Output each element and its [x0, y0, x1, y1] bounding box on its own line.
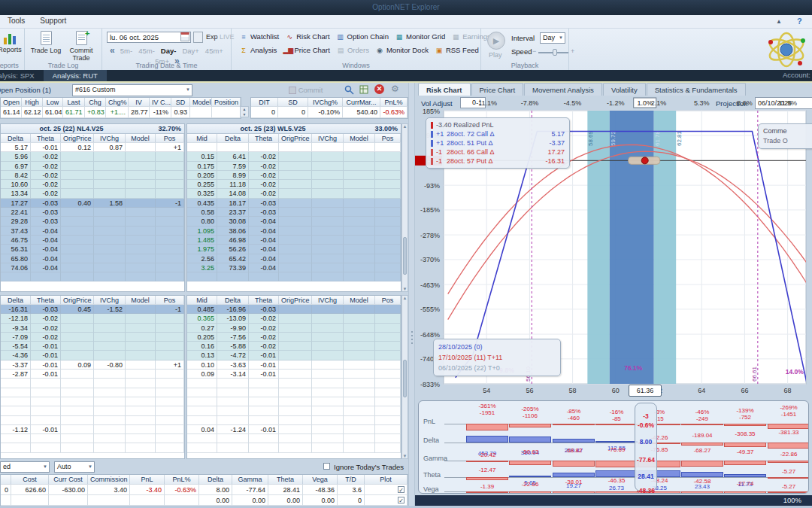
col-header[interactable]: IVChg [94, 296, 126, 305]
play-button[interactable]: ▶ [487, 32, 505, 50]
chain-row[interactable]: -12.18-0.02 [1, 314, 184, 323]
chain-row[interactable] [1, 406, 184, 415]
col-header[interactable]: Model [126, 134, 156, 143]
scrollbar[interactable]: ▲▼ [401, 123, 408, 292]
tab-price-chart[interactable]: Price Chart [471, 83, 524, 96]
col-header[interactable]: DIT [251, 98, 278, 107]
ribbon-item-analysis[interactable]: ΣAnalysis [239, 46, 277, 54]
time-step-day-[interactable]: Day- [161, 47, 177, 55]
chain-row[interactable]: 0.485-16.96-0.03 [187, 305, 401, 314]
col-header[interactable]: IVChg [94, 134, 126, 143]
close-icon[interactable]: ✕ [374, 84, 384, 94]
col-header[interactable]: T/D [338, 475, 365, 485]
chain-row[interactable] [187, 443, 401, 452]
exp-toggle[interactable]: Exp [206, 33, 218, 41]
col-header[interactable]: Cost [11, 475, 49, 485]
col-header[interactable]: IVChg [312, 296, 344, 305]
panel-splitter[interactable] [408, 83, 415, 506]
chain-row[interactable]: 0.205-7.56-0.02 [187, 333, 401, 342]
chain-row[interactable]: -2.87-0.01 [1, 370, 184, 379]
analysis-tab-analysis-spx[interactable]: Analysis: SPX [0, 70, 44, 81]
col-header[interactable] [1, 475, 11, 485]
chain-row[interactable] [1, 379, 184, 388]
col-header[interactable]: Commission [88, 475, 130, 485]
chain-row[interactable]: 0.09-3.14-0.01 [187, 370, 401, 379]
position-select[interactable]: #616 Custom▼ [72, 84, 192, 96]
ribbon-item-risk-chart[interactable]: ∿Risk Chart [285, 32, 329, 41]
chain-row[interactable] [187, 379, 401, 388]
chain-row[interactable] [187, 406, 401, 415]
chain-row[interactable]: 6.97-0.02 [1, 162, 184, 171]
col-header[interactable]: PnL% [165, 475, 199, 485]
chain-row[interactable]: 0.8030.08-0.04 [187, 217, 401, 226]
col-header[interactable]: OrigPrice [61, 296, 94, 305]
trade-log-button[interactable]: Trade Log [27, 31, 65, 54]
col-header[interactable]: Curr Cost [49, 475, 88, 485]
chain-row[interactable]: 0.32514.08-0.02 [187, 189, 401, 198]
chain-row[interactable]: -4.36-0.01 [1, 351, 184, 360]
chain-row[interactable]: -9.34-0.02 [1, 324, 184, 333]
ribbon-item-monitor-grid[interactable]: ▦Monitor Grid [395, 32, 445, 41]
analysis-tab-analysis-rut[interactable]: Analysis: RUT [44, 70, 107, 81]
col-header[interactable]: Pos [375, 134, 401, 143]
col-header[interactable]: IV C... [150, 98, 171, 107]
chain-row[interactable]: 0.16-5.88-0.02 [187, 342, 401, 351]
gear-icon[interactable]: ⚙ [391, 84, 399, 94]
chain-row[interactable]: 0.04-1.24-0.01 [187, 425, 401, 434]
expiry-group-header[interactable]: oct. 25 (22) NL4.V2532.70% [1, 124, 184, 134]
chain-row[interactable] [187, 272, 401, 281]
col-header[interactable]: Chg [85, 98, 106, 107]
col-header[interactable]: OrigPrice [61, 134, 94, 143]
col-header[interactable]: SD [278, 98, 308, 107]
col-header[interactable]: Pos [156, 296, 184, 305]
comment-box[interactable]: Comme Trade O [758, 123, 812, 149]
chain-row[interactable] [187, 416, 401, 425]
chain-row[interactable]: 22.41-0.03 [1, 208, 184, 217]
speed-minus-icon[interactable]: − [532, 47, 536, 55]
chain-row[interactable]: 46.75-0.04 [1, 236, 184, 245]
col-header[interactable]: Theta [268, 475, 303, 485]
col-header[interactable]: Model [190, 98, 212, 107]
col-header[interactable]: IVChg [312, 134, 344, 143]
chain-row[interactable]: -1.12-0.01 [1, 425, 184, 434]
chain-row[interactable] [187, 397, 401, 406]
menu-tools[interactable]: Tools [0, 15, 32, 25]
speed-slider-thumb[interactable] [553, 49, 557, 56]
chain-row[interactable] [1, 416, 184, 425]
expiry-picker-icon[interactable] [193, 32, 203, 43]
time-step-45m-[interactable]: 45m- [138, 47, 155, 55]
col-header[interactable]: Mid [187, 134, 217, 143]
chain-row[interactable]: -16.31-0.030.45-1.52-1 [1, 305, 184, 314]
chain-row[interactable]: 0.10-3.63-0.01 [187, 360, 401, 370]
ignore-trades-checkbox[interactable] [323, 463, 330, 470]
menu-support[interactable]: Support [32, 15, 74, 25]
chain-row[interactable]: 5.96-0.02 [1, 152, 184, 161]
chain-row[interactable]: 8.42-0.02 [1, 171, 184, 180]
chain-row[interactable]: 0.25511.18-0.02 [187, 180, 401, 189]
chain-row[interactable]: -5.54-0.01 [1, 342, 184, 351]
col-header[interactable]: Model [344, 296, 375, 305]
time-step-45m-[interactable]: 45m+ [205, 47, 223, 55]
chain-row[interactable]: 10.60-0.02 [1, 180, 184, 189]
step-back-icon[interactable]: « [110, 45, 115, 56]
title-bar[interactable]: OptionNET Explorer [0, 0, 812, 15]
chain-row[interactable]: 0.27-9.90-0.02 [187, 324, 401, 333]
chain-row[interactable] [1, 443, 184, 452]
calendar-icon[interactable] [180, 32, 189, 41]
time-step-5m-[interactable]: 5m- [120, 47, 132, 55]
chain-row[interactable]: 65.80-0.04 [1, 254, 184, 263]
col-header[interactable]: OrigPrice [279, 134, 312, 143]
chain-row[interactable] [187, 143, 401, 152]
view-mode-select[interactable]: ed▼ [0, 461, 50, 473]
chain-row[interactable]: 1.48546.98-0.04 [187, 236, 401, 245]
col-header[interactable]: Gamma [232, 475, 268, 485]
chain-row[interactable]: 17.27-0.030.401.58-1 [1, 199, 184, 208]
chain-row[interactable]: 0.156.41-0.02 [187, 152, 401, 161]
chain-row[interactable]: 13.34-0.02 [1, 189, 184, 198]
col-header[interactable]: Last [63, 98, 85, 107]
chain-row[interactable]: 5.17-0.010.120.87+1 [1, 143, 184, 152]
chain-row[interactable]: 29.28-0.03 [1, 217, 184, 226]
col-header[interactable]: Delta [217, 134, 249, 143]
expiry-group-header[interactable]: oct. 25 (23) WL5.V2533.00% [187, 124, 401, 134]
chain-row[interactable]: 0.1757.59-0.02 [187, 162, 401, 171]
